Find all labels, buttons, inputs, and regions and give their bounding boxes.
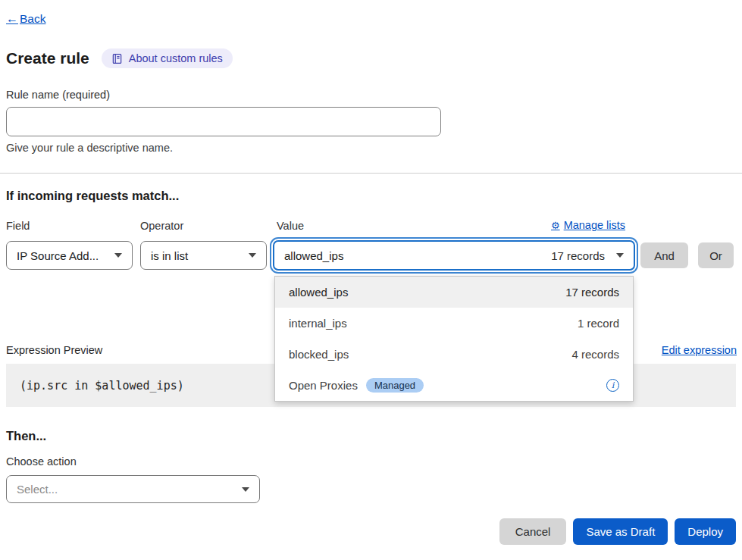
list-item-name: allowed_ips (289, 286, 348, 299)
chevron-down-icon (249, 253, 256, 258)
gear-icon: ⚙ (551, 220, 560, 231)
deploy-button[interactable]: Deploy (675, 518, 736, 545)
list-item-records: 4 records (571, 348, 619, 361)
rule-name-input[interactable] (6, 107, 441, 136)
operator-select[interactable]: is in list (140, 241, 267, 270)
manage-lists-link[interactable]: ⚙Manage lists (551, 219, 625, 231)
list-item-name: blocked_ips (289, 348, 349, 361)
back-link[interactable]: ←Back (6, 12, 45, 26)
expression-preview-label: Expression Preview (6, 344, 102, 356)
back-arrow-icon: ← (6, 12, 18, 26)
managed-badge: Managed (366, 378, 424, 393)
list-item-allowed-ips[interactable]: allowed_ips 17 records (275, 277, 633, 308)
action-select[interactable]: Select... (6, 475, 260, 503)
create-rule-page: ←Back Create rule About custom rules Rul… (0, 0, 742, 560)
info-icon[interactable]: i (606, 379, 619, 392)
chevron-down-icon (242, 487, 249, 492)
list-item-records: 1 record (578, 317, 619, 330)
match-section-heading: If incoming requests match... (6, 189, 179, 203)
value-select-records: 17 records (551, 249, 605, 262)
section-divider (0, 173, 742, 174)
title-row: Create rule About custom rules (6, 48, 233, 68)
manage-lists-label: Manage lists (564, 219, 625, 231)
edit-expression-link[interactable]: Edit expression (662, 344, 737, 356)
list-item-name: internal_ips (289, 317, 347, 330)
value-select[interactable]: allowed_ips 17 records (273, 240, 635, 271)
or-button[interactable]: Or (698, 242, 734, 268)
chevron-down-icon (616, 253, 624, 258)
choose-action-label: Choose action (6, 455, 77, 468)
then-section-heading: Then... (6, 429, 46, 443)
rule-name-label: Rule name (required) (6, 89, 110, 101)
operator-select-value: is in list (151, 249, 188, 262)
book-icon (111, 53, 123, 64)
list-item-name: Open Proxies (289, 379, 358, 392)
operator-label: Operator (140, 220, 183, 232)
about-custom-rules-link[interactable]: About custom rules (102, 48, 233, 68)
field-label: Field (6, 220, 30, 232)
value-dropdown-menu: allowed_ips 17 records internal_ips 1 re… (274, 276, 634, 402)
value-label: Value (277, 220, 304, 232)
back-link-label: Back (20, 12, 45, 26)
footer-actions: Cancel Save as Draft Deploy (0, 518, 736, 545)
list-item-records: 17 records (565, 286, 619, 299)
and-button[interactable]: And (640, 242, 688, 268)
action-select-placeholder: Select... (17, 483, 58, 496)
field-select-value: IP Source Add... (17, 249, 99, 262)
page-title: Create rule (6, 49, 89, 67)
list-item-blocked-ips[interactable]: blocked_ips 4 records (275, 339, 633, 370)
save-as-draft-button[interactable]: Save as Draft (573, 518, 668, 545)
list-item-open-proxies[interactable]: Open Proxies Managed i (275, 370, 633, 401)
cancel-button[interactable]: Cancel (499, 518, 567, 545)
chevron-down-icon (114, 253, 122, 258)
expression-code: (ip.src in $allowed_ips) (20, 379, 184, 393)
value-select-value: allowed_ips (284, 249, 343, 262)
list-item-internal-ips[interactable]: internal_ips 1 record (275, 308, 633, 339)
about-custom-rules-label: About custom rules (129, 52, 223, 64)
field-select[interactable]: IP Source Add... (6, 241, 133, 270)
rule-name-help-text: Give your rule a descriptive name. (6, 142, 173, 154)
